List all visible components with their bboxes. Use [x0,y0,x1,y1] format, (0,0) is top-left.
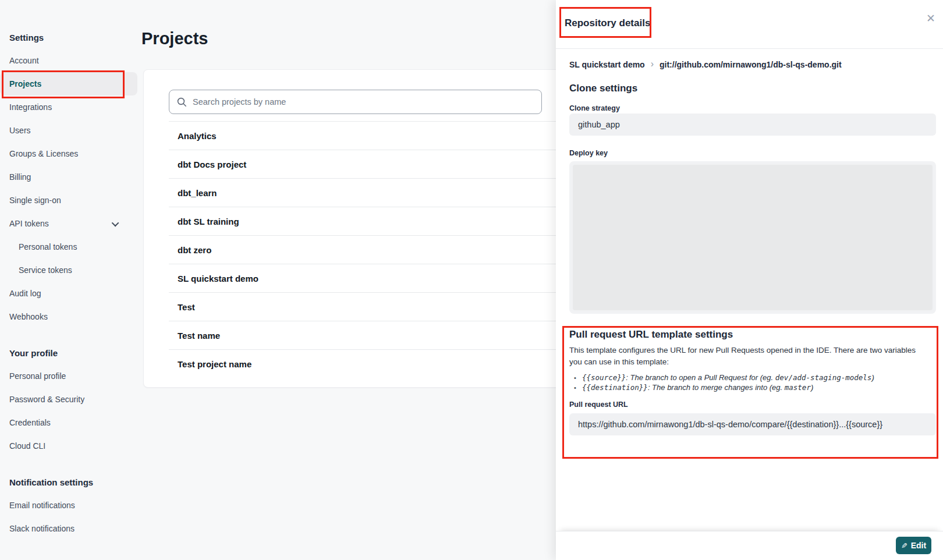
breadcrumb-repo-url: git://github.com/mirnawong1/db-sl-qs-dem… [660,60,842,69]
panel-footer: ✎ Edit [556,531,943,560]
sidebar-item-single-sign-on[interactable]: Single sign-on [0,189,140,212]
sidebar-item-label: Service tokens [19,265,72,275]
sidebar-heading: Notification settings [0,470,140,494]
settings-sidebar: SettingsAccountProjectsIntegrationsUsers… [0,26,140,540]
project-name: dbt_learn [178,188,217,198]
sidebar-section: Your profilePersonal profilePassword & S… [0,341,140,458]
repository-details-panel: Repository details ✕ SL quickstart demo … [556,0,943,560]
clone-strategy-label: Clone strategy [569,104,620,112]
annotation-box-projects [2,70,125,98]
sidebar-item-api-tokens[interactable]: API tokens [0,212,140,235]
sidebar-heading: Your profile [0,341,140,364]
edit-button[interactable]: ✎ Edit [896,537,931,554]
app-root: SettingsAccountProjectsIntegrationsUsers… [0,0,943,560]
annotation-box-pr-template [562,326,938,459]
project-name: Analytics [178,131,217,141]
search-box[interactable] [169,90,542,114]
close-icon[interactable]: ✕ [926,13,935,24]
sidebar-item-label: Audit log [9,289,41,298]
sidebar-item-account[interactable]: Account [0,49,140,72]
page-title: Projects [141,29,208,48]
edit-button-label: Edit [911,541,926,550]
sidebar-item-service-tokens[interactable]: Service tokens [0,258,140,282]
sidebar-item-cloud-cli[interactable]: Cloud CLI [0,434,140,458]
search-icon [177,97,187,107]
project-name: Test project name [178,359,251,369]
sidebar-item-label: Personal profile [9,371,66,381]
sidebar-item-label: Slack notifications [9,524,75,533]
project-name: dbt SL training [178,217,239,226]
project-name: SL quickstart demo [178,274,258,283]
sidebar-item-personal-tokens[interactable]: Personal tokens [0,235,140,258]
sidebar-item-label: Personal tokens [19,242,77,251]
clone-settings-heading: Clone settings [569,83,637,94]
sidebar-item-personal-profile[interactable]: Personal profile [0,364,140,388]
project-name: dbt Docs project [178,160,246,169]
breadcrumb-project: SL quickstart demo [569,60,645,69]
sidebar-item-groups-licenses[interactable]: Groups & Licenses [0,142,140,165]
clone-strategy-field: github_app [569,114,936,136]
project-name: Test name [178,331,220,341]
sidebar-item-email-notifications[interactable]: Email notifications [0,494,140,517]
sidebar-item-password-security[interactable]: Password & Security [0,388,140,411]
sidebar-item-label: Credentials [9,418,51,427]
sidebar-item-credentials[interactable]: Credentials [0,411,140,434]
sidebar-item-slack-notifications[interactable]: Slack notifications [0,517,140,540]
sidebar-item-billing[interactable]: Billing [0,165,140,189]
sidebar-item-audit-log[interactable]: Audit log [0,282,140,305]
sidebar-heading: Settings [0,26,140,49]
sidebar-item-label: Users [9,126,31,135]
deploy-key-label: Deploy key [569,149,608,157]
sidebar-item-label: Password & Security [9,395,84,404]
sidebar-item-label: Billing [9,172,31,182]
chevron-down-icon [112,219,119,226]
clone-strategy-value: github_app [578,120,620,129]
sidebar-item-label: API tokens [9,219,49,228]
sidebar-item-label: Groups & Licenses [9,149,78,158]
sidebar-item-users[interactable]: Users [0,119,140,142]
sidebar-item-label: Email notifications [9,501,75,510]
deploy-key-value-redacted [573,165,933,310]
sidebar-item-webhooks[interactable]: Webhooks [0,305,140,328]
deploy-key-field[interactable] [569,161,936,314]
sidebar-section: Notification settingsEmail notifications… [0,470,140,540]
project-name: Test [178,302,195,312]
sidebar-item-label: Single sign-on [9,196,61,205]
project-name: dbt zero [178,245,211,255]
sidebar-item-label: Integrations [9,102,52,112]
sidebar-item-label: Cloud CLI [9,441,45,451]
pencil-icon: ✎ [901,542,907,550]
sidebar-item-label: Account [9,56,39,65]
sidebar-item-integrations[interactable]: Integrations [0,95,140,119]
annotation-box-repository-details [559,7,651,38]
breadcrumb: SL quickstart demo › git://github.com/mi… [569,60,842,69]
chevron-right-icon: › [651,59,654,69]
sidebar-item-label: Webhooks [9,312,48,321]
search-input[interactable] [193,97,541,107]
